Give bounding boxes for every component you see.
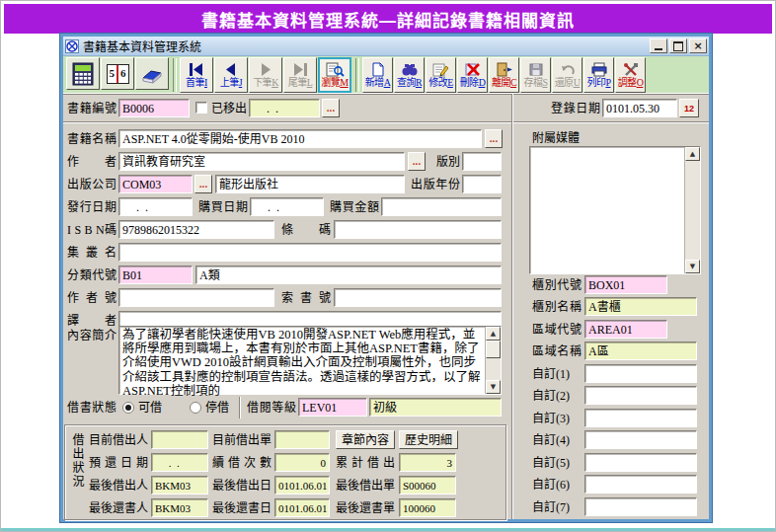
borrow-level-code-field[interactable]: LEV01	[298, 398, 367, 417]
area-code-field[interactable]: AREA01	[584, 320, 667, 339]
publisher-name-field[interactable]: 龍形出版社	[215, 175, 405, 193]
print-button[interactable]: 列印P	[583, 57, 614, 93]
moved-out-date-field[interactable]: . .	[249, 99, 320, 117]
scroll-up-icon[interactable]: ▲	[486, 327, 501, 341]
next-record-icon	[257, 62, 274, 77]
book-no-field[interactable]: B0006	[118, 99, 190, 117]
last-borrow-date-field[interactable]: 0101.06.01	[274, 476, 330, 494]
custom6-label: 自訂(6)	[532, 478, 570, 492]
delete-button[interactable]: 刪除D	[457, 57, 488, 93]
last-borrower-field[interactable]: BKM03	[151, 476, 208, 494]
category-name-field[interactable]: A類	[195, 266, 502, 284]
pub-year-field[interactable]	[462, 175, 502, 193]
intro-scrollbar[interactable]: ▲ ▼	[485, 327, 501, 394]
exit-door-icon	[496, 62, 513, 77]
custom7-field[interactable]	[584, 497, 697, 516]
close-button[interactable]: ×	[689, 38, 707, 53]
intro-textarea[interactable]: 為了讓初學者能快速使用VB 2010開發ASP.NET Web應用程式，並將所學…	[118, 326, 502, 395]
author-ellipsis-button[interactable]: ...	[408, 152, 426, 171]
current-slip-field[interactable]	[274, 430, 330, 449]
media-scrollbar[interactable]: ▲ ▼	[684, 147, 700, 273]
media-listbox[interactable]: ▲ ▼	[529, 146, 701, 274]
book-name-field[interactable]: ASP.NET 4.0從零開始-使用VB 2010	[118, 129, 482, 148]
exit-button[interactable]: 離開C	[489, 57, 519, 93]
next-record-button[interactable]: 下筆K	[249, 57, 282, 93]
reg-date-field[interactable]: 0101.05.30	[602, 99, 677, 117]
book-name-ellipsis-button[interactable]: ...	[485, 129, 503, 148]
call-no-label: 索 書 號	[281, 291, 331, 305]
scroll-down-icon[interactable]: ▼	[486, 380, 501, 394]
current-borrower-label: 目前借出人	[89, 433, 148, 447]
area-name-field[interactable]: A區	[584, 342, 697, 360]
can-borrow-label: 可借	[138, 401, 162, 415]
browse-button[interactable]: 瀏覽M	[318, 57, 351, 93]
last-borrow-slip-field[interactable]: S00060	[399, 476, 456, 494]
chapter-content-button[interactable]: 章節內容	[336, 430, 395, 449]
scroll-thumb[interactable]	[486, 341, 501, 358]
cabinet-name-field[interactable]: A書櫃	[584, 297, 697, 316]
calculator-button[interactable]	[66, 57, 100, 90]
page-counter-icon: 56	[107, 64, 129, 84]
maximize-button[interactable]	[669, 38, 687, 53]
page-counter-button[interactable]: 56	[101, 57, 134, 90]
translator-label: 譯 者	[67, 314, 116, 328]
total-lent-field[interactable]: 3	[399, 453, 456, 472]
undo-button[interactable]: 還原U	[552, 57, 582, 93]
buy-amount-field[interactable]	[381, 197, 502, 216]
intro-text: 為了讓初學者能快速使用VB 2010開發ASP.NET Web應用程式，並將所學…	[120, 327, 489, 396]
last-returner-field[interactable]: BKM03	[151, 498, 208, 517]
custom4-field[interactable]	[584, 430, 697, 449]
series-field[interactable]	[118, 243, 502, 262]
scroll-up-icon[interactable]: ▲	[685, 147, 700, 161]
publisher-ellipsis-button[interactable]: ...	[194, 175, 212, 193]
custom2-field[interactable]	[584, 386, 697, 405]
last-record-button[interactable]: 尾筆L	[283, 57, 317, 93]
edition-field[interactable]	[462, 152, 502, 171]
prev-record-button[interactable]: 上筆J	[214, 57, 248, 93]
save-button[interactable]: 存檔S	[520, 57, 551, 93]
publisher-code-field[interactable]: COM03	[118, 175, 193, 193]
borrow-status-label: 借書狀態	[67, 401, 116, 415]
moved-out-ellipsis-button[interactable]: ...	[322, 99, 340, 117]
book-button[interactable]	[135, 57, 169, 90]
minimize-button[interactable]	[650, 38, 667, 53]
custom5-field[interactable]	[584, 453, 697, 472]
due-date-field[interactable]: . .	[151, 453, 208, 472]
calendar-button[interactable]: 12	[679, 99, 699, 117]
category-code-field[interactable]: B01	[118, 266, 193, 284]
add-button[interactable]: 新增A	[362, 57, 393, 93]
custom1-field[interactable]	[584, 364, 697, 383]
borrow-level-name-field[interactable]: 初級	[369, 398, 502, 417]
isbn-field[interactable]: 9789862015322	[118, 220, 274, 239]
publisher-label: 出版公司	[67, 178, 116, 191]
edit-icon	[432, 62, 449, 77]
call-no-field[interactable]	[334, 288, 502, 307]
window-titlebar[interactable]: 書籍基本資料管理系統 ×	[63, 37, 709, 56]
app-window: 書籍基本資料管理系統 × 5	[60, 34, 712, 522]
moved-out-checkbox[interactable]	[195, 102, 207, 114]
history-detail-button[interactable]: 歷史明細	[399, 430, 458, 449]
query-button[interactable]: 查詢R	[394, 57, 425, 93]
issue-date-field[interactable]: . .	[118, 197, 193, 216]
last-return-slip-field[interactable]: 100060	[399, 498, 456, 517]
adjust-button[interactable]: 調整O	[615, 57, 646, 93]
buy-date-field[interactable]: . .	[250, 197, 324, 216]
scroll-down-icon[interactable]: ▼	[685, 260, 700, 273]
custom3-field[interactable]	[584, 409, 697, 427]
binoculars-icon	[401, 62, 419, 77]
counter-right-digit: 6	[118, 65, 128, 83]
custom6-field[interactable]	[584, 475, 697, 494]
edit-button[interactable]: 修改E	[426, 57, 456, 93]
first-record-button[interactable]: 首筆I	[180, 57, 213, 93]
last-return-date-field[interactable]: 0101.06.01	[274, 498, 330, 517]
current-borrower-field[interactable]	[151, 430, 208, 449]
can-borrow-radio[interactable]	[122, 402, 134, 414]
renew-count-field[interactable]: 0	[274, 453, 330, 472]
cabinet-code-field[interactable]: BOX01	[584, 275, 667, 294]
author-no-field[interactable]	[118, 288, 274, 307]
media-label: 附屬媒體	[532, 131, 580, 145]
barcode-field[interactable]	[334, 220, 502, 239]
barcode-label: 條 碼	[281, 223, 331, 237]
author-field[interactable]: 資訊教育研究室	[118, 152, 405, 171]
stop-borrow-radio[interactable]	[190, 402, 201, 414]
